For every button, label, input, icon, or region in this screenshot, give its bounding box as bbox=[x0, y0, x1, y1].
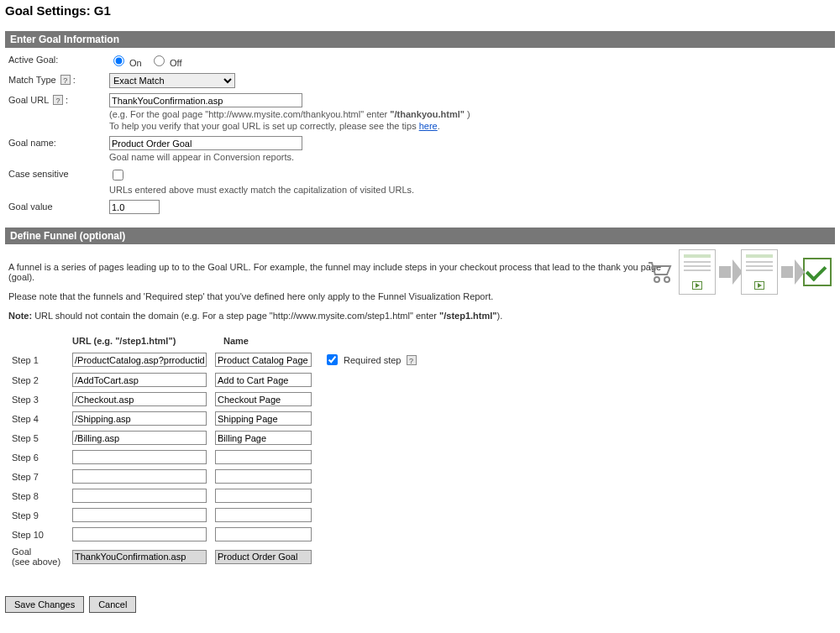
step-label: Step 8 bbox=[12, 491, 72, 501]
row-goal-value: Goal value bbox=[5, 195, 835, 214]
col-header-url: URL bbox=[72, 336, 91, 346]
step-name-input[interactable] bbox=[215, 392, 312, 406]
help-icon[interactable]: ? bbox=[407, 355, 417, 365]
step-url-input[interactable] bbox=[72, 431, 207, 445]
arrow-icon bbox=[719, 249, 738, 295]
help-icon[interactable]: ? bbox=[60, 75, 71, 85]
section-header-goal-info: Enter Goal Information bbox=[5, 31, 835, 48]
step-url-input[interactable] bbox=[72, 508, 207, 522]
hint-case-sensitive: URLs entered above must exactly match th… bbox=[109, 185, 832, 195]
section-header-funnel: Define Funnel (optional) bbox=[5, 228, 835, 244]
row-goal-name: Goal name: Goal name will appear in Conv… bbox=[5, 131, 835, 162]
radio-off-label: Off bbox=[170, 58, 181, 68]
row-active-goal: Active Goal: On Off bbox=[5, 48, 835, 68]
cart-icon bbox=[647, 259, 675, 285]
checkmark-icon bbox=[803, 258, 832, 286]
step-url-input[interactable] bbox=[72, 527, 207, 541]
label-goal-row-sub: (see above) bbox=[12, 557, 60, 567]
colon: : bbox=[66, 95, 68, 105]
step-label: Step 3 bbox=[12, 395, 72, 405]
svg-point-1 bbox=[664, 277, 669, 282]
step-name-input[interactable] bbox=[215, 353, 312, 367]
funnel-intro-2: Please note that the funnels and 'Requir… bbox=[8, 291, 664, 301]
funnel-step-table: URL (e.g. "/step1.html") Name Step 1 Req… bbox=[8, 336, 832, 569]
label-case-sensitive: Case sensitive bbox=[8, 167, 109, 179]
step-row: Step 4 bbox=[8, 409, 832, 428]
colon: : bbox=[73, 75, 76, 85]
step-name-input[interactable] bbox=[215, 411, 312, 426]
step-name-input[interactable] bbox=[215, 489, 312, 503]
step-row: Step 10 bbox=[8, 525, 832, 544]
step-row: Step 7 bbox=[8, 467, 832, 486]
funnel-note: Note: URL should not contain the domain … bbox=[8, 311, 664, 321]
step-label: Step 1 bbox=[12, 355, 72, 365]
label-active-goal: Active Goal: bbox=[8, 53, 109, 65]
input-goal-value[interactable] bbox=[109, 200, 160, 214]
radio-on-wrap[interactable]: On bbox=[109, 58, 144, 68]
checkbox-case-sensitive[interactable] bbox=[113, 170, 123, 180]
step-label: Step 7 bbox=[12, 472, 72, 482]
step-url-input[interactable] bbox=[72, 392, 207, 406]
col-header-name: Name bbox=[223, 336, 324, 346]
input-goal-url[interactable] bbox=[109, 93, 302, 107]
step-name-input[interactable] bbox=[215, 508, 312, 522]
input-goal-name[interactable] bbox=[109, 136, 302, 150]
step-name-input[interactable] bbox=[215, 431, 312, 445]
label-goal-name: Goal name: bbox=[8, 136, 109, 148]
step-url-input[interactable] bbox=[72, 450, 207, 464]
step-name-input[interactable] bbox=[215, 527, 312, 541]
row-case-sensitive: Case sensitive URLs entered above must e… bbox=[5, 162, 835, 195]
hint-goal-name: Goal name will appear in Conversion repo… bbox=[109, 152, 832, 162]
step-row: Step 8 bbox=[8, 486, 832, 505]
help-icon[interactable]: ? bbox=[53, 95, 63, 105]
step-row: Step 5 bbox=[8, 428, 832, 447]
radio-on-label: On bbox=[129, 58, 142, 68]
checkbox-required-step[interactable] bbox=[327, 354, 338, 365]
step-label: Step 4 bbox=[12, 414, 72, 424]
step-url-input[interactable] bbox=[72, 373, 207, 387]
step-name-input[interactable] bbox=[215, 469, 312, 484]
step-row: Step 6 bbox=[8, 447, 832, 467]
step-label: Step 9 bbox=[12, 510, 72, 521]
step-row: Step 3 bbox=[8, 390, 832, 409]
radio-off[interactable] bbox=[154, 55, 165, 66]
link-tips-here[interactable]: here bbox=[419, 121, 438, 131]
step-url-input[interactable] bbox=[72, 353, 207, 367]
step-url-input[interactable] bbox=[72, 411, 207, 426]
step-label: Step 5 bbox=[12, 433, 72, 443]
step-row: Step 9 bbox=[8, 505, 832, 525]
svg-point-0 bbox=[654, 277, 659, 282]
step-label: Step 10 bbox=[12, 530, 72, 540]
arrow-icon bbox=[781, 249, 800, 295]
goal-readonly-row: Goal (see above) bbox=[8, 544, 832, 569]
page-icon bbox=[741, 249, 778, 295]
row-match-type: Match Type ? : Exact MatchHead MatchRegu… bbox=[5, 68, 835, 88]
step-url-input[interactable] bbox=[72, 469, 207, 484]
save-button[interactable]: Save Changes bbox=[5, 596, 84, 613]
step-name-input[interactable] bbox=[215, 373, 312, 387]
input-goal-name-readonly bbox=[215, 550, 312, 564]
select-match-type[interactable]: Exact MatchHead MatchRegular Expression … bbox=[109, 73, 235, 88]
page-title: Goal Settings: G1 bbox=[5, 3, 835, 18]
label-match-type: Match Type bbox=[8, 75, 56, 85]
step-label: Step 6 bbox=[12, 453, 72, 463]
label-required-step: Required step bbox=[344, 355, 402, 365]
page-icon bbox=[679, 249, 716, 295]
label-goal-value: Goal value bbox=[8, 200, 109, 212]
hint-goal-url-help: To help you verify that your goal URL is… bbox=[109, 121, 832, 131]
step-url-input[interactable] bbox=[72, 489, 207, 503]
funnel-intro-1: A funnel is a series of pages leading up… bbox=[8, 262, 664, 282]
step-row: Step 2 bbox=[8, 370, 832, 390]
cancel-button[interactable]: Cancel bbox=[89, 596, 136, 613]
row-goal-url: Goal URL ? : (e.g. For the goal page "ht… bbox=[5, 88, 835, 131]
radio-on[interactable] bbox=[113, 55, 124, 66]
funnel-illustration bbox=[647, 249, 832, 295]
step-name-input[interactable] bbox=[215, 450, 312, 464]
step-label: Step 2 bbox=[12, 375, 72, 385]
radio-off-wrap[interactable]: Off bbox=[150, 58, 182, 68]
label-goal-row: Goal bbox=[12, 547, 31, 557]
hint-goal-url-example: (e.g. For the goal page "http://www.mysi… bbox=[109, 109, 832, 119]
input-goal-url-readonly bbox=[72, 550, 207, 564]
step-row: Step 1 Required step ? bbox=[8, 349, 832, 370]
label-goal-url: Goal URL bbox=[8, 95, 49, 105]
